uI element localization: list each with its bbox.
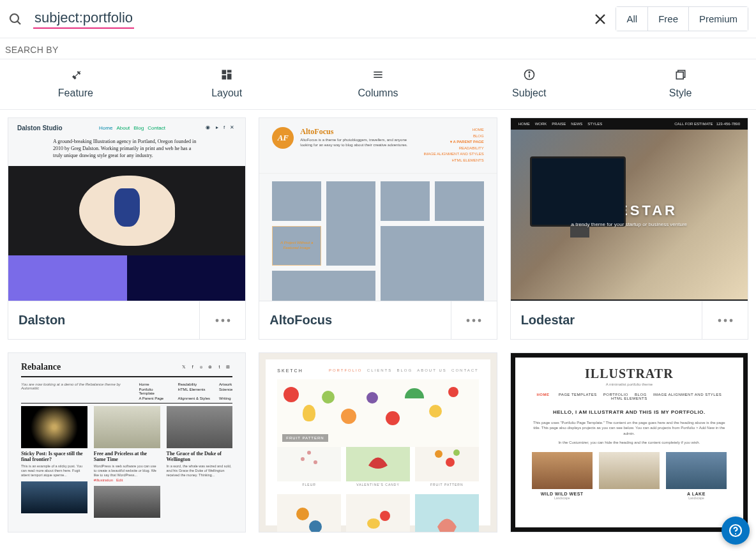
search-token[interactable]: subject:portfolio (33, 10, 134, 29)
searchby-item-label: Feature (0, 87, 151, 99)
searchby-subject[interactable]: Subject (453, 59, 605, 109)
svg-rect-6 (227, 73, 232, 79)
preview-paragraph: In the Customizer, you can hide the head… (532, 440, 727, 445)
more-icon (717, 318, 734, 323)
preview-paragraph: This page uses "Portfolio Page Template.… (532, 420, 727, 436)
svg-point-32 (309, 520, 322, 532)
svg-point-20 (472, 319, 476, 322)
clear-search-icon[interactable] (593, 11, 608, 27)
theme-thumbnail: Rebalance 𝕏 f ⌾ ⊚ t ⊞ You are now lookin… (8, 353, 245, 532)
svg-point-34 (380, 511, 390, 521)
grid-icon (220, 68, 233, 81)
theme-thumbnail: Dalston Studio HomeAboutBlogContact ◉ ▸ … (8, 118, 245, 301)
theme-card-lodestar[interactable]: HOMEWORKPRAISENEWSSTYLES CALL FOR ESTIMA… (510, 117, 748, 340)
searchby-item-label: Style (605, 87, 756, 99)
filter-premium-button[interactable]: Premium (689, 6, 748, 31)
preview-tagline: AltoFocus is a theme for photobloggers, … (300, 138, 417, 148)
price-filter-group: All Free Premium (616, 6, 748, 31)
theme-more-button[interactable] (702, 301, 748, 339)
svg-point-21 (478, 319, 481, 322)
preview-note: You are now looking at a demo of the Reb… (21, 382, 139, 400)
svg-point-33 (367, 518, 380, 529)
search-by-label: SEARCH BY (0, 38, 756, 59)
svg-point-13 (529, 72, 530, 73)
theme-name: Dalston (8, 301, 75, 339)
preview-hero-tag: FRUIT PATTERN (282, 434, 328, 442)
svg-point-16 (215, 319, 218, 322)
svg-point-27 (314, 460, 317, 464)
more-icon (215, 318, 231, 323)
social-icons: 𝕏 f ⌾ ⊚ t ⊞ (182, 365, 233, 370)
theme-card-rebalance[interactable]: Rebalance 𝕏 f ⌾ ⊚ t ⊞ You are now lookin… (8, 352, 246, 532)
svg-rect-7 (222, 75, 227, 80)
preview-nav: PORTFOLIO CLIENTS BLOG ABOUT US CONTACT (329, 368, 479, 373)
svg-point-17 (221, 319, 224, 322)
help-button[interactable] (722, 517, 750, 545)
svg-point-22 (718, 319, 721, 322)
preview-brand: Rebalance (21, 362, 61, 372)
theme-more-button[interactable] (451, 301, 497, 339)
theme-thumbnail: AF AltoFocus AltoFocus is a theme for ph… (259, 118, 496, 301)
svg-point-31 (296, 508, 309, 520)
svg-line-1 (17, 21, 20, 24)
filter-all-button[interactable]: All (616, 6, 648, 31)
search-by-tabs: Feature Layout Columns Subject Style (0, 59, 756, 110)
preview-nav: HOME BLOG ▾ A PARENT PAGE READABILITY IM… (423, 127, 483, 164)
theme-card-sketch[interactable]: SKETCH PORTFOLIO CLIENTS BLOG ABOUT US C… (259, 352, 497, 532)
search-input[interactable] (134, 8, 585, 30)
svg-point-25 (301, 457, 305, 461)
theme-card-dalston[interactable]: Dalston Studio HomeAboutBlogContact ◉ ▸ … (8, 117, 246, 340)
preview-tagline: a trendy theme for your startup or busin… (571, 222, 687, 227)
theme-thumbnail: SKETCH PORTFOLIO CLIENTS BLOG ABOUT US C… (259, 353, 496, 532)
searchby-columns[interactable]: Columns (303, 59, 454, 109)
social-icons: ◉ ▸ f ✕ (206, 125, 236, 132)
themes-grid: Dalston Studio HomeAboutBlogContact ◉ ▸ … (0, 110, 756, 540)
searchby-feature[interactable]: Feature (0, 59, 151, 109)
svg-point-36 (735, 533, 736, 534)
svg-point-23 (723, 319, 727, 322)
svg-rect-4 (222, 70, 227, 75)
searchby-item-label: Layout (151, 87, 303, 99)
preview-nav: HomeAboutBlogContact (99, 125, 169, 132)
searchby-item-label: Subject (453, 87, 605, 99)
searchby-layout[interactable]: Layout (151, 59, 303, 109)
svg-point-18 (227, 319, 230, 322)
svg-rect-5 (227, 70, 232, 73)
lines-icon (372, 68, 384, 81)
preview-brand: AltoFocus (300, 127, 417, 137)
filter-free-button[interactable]: Free (648, 6, 689, 31)
preview-hello: HELLO, I AM ILLUSTRATR AND THIS IS MY PO… (532, 409, 727, 415)
theme-more-button[interactable] (199, 301, 245, 339)
theme-name: AltoFocus (259, 301, 342, 339)
preview-nav: HOME PAGE TEMPLATES PORTFOLIO BLOG IMAGE… (532, 393, 727, 400)
svg-point-30 (453, 449, 460, 456)
search-icon (8, 11, 23, 27)
wrench-icon (69, 68, 82, 81)
theme-card-illustratr[interactable]: ILLUSTRATR A minimalist portfolio theme … (510, 352, 748, 532)
svg-rect-15 (676, 72, 683, 79)
preview-brand: Dalston Studio (17, 125, 63, 132)
svg-point-0 (10, 14, 19, 22)
theme-thumbnail: HOMEWORKPRAISENEWSSTYLES CALL FOR ESTIMA… (511, 118, 748, 301)
info-icon (523, 68, 536, 81)
searchby-style[interactable]: Style (605, 59, 756, 109)
svg-point-26 (307, 451, 311, 455)
searchby-item-label: Columns (303, 87, 454, 99)
theme-card-altofocus[interactable]: AF AltoFocus AltoFocus is a theme for ph… (259, 117, 497, 340)
svg-point-19 (467, 319, 470, 322)
preview-nav: HomeReadabilityArtwork Portfolio Templat… (139, 382, 233, 400)
search-bar: subject:portfolio All Free Premium (0, 0, 756, 38)
preview-about: A ground-breaking Illustration agency in… (8, 138, 245, 166)
preview-cta: CALL FOR ESTIMATE 123-456-7890 (674, 122, 740, 126)
help-icon (728, 523, 743, 538)
svg-point-24 (729, 319, 732, 322)
svg-point-29 (446, 458, 455, 467)
more-icon (465, 318, 482, 323)
svg-point-28 (435, 450, 442, 458)
preview-brand: ILLUSTRATR (532, 366, 727, 381)
preview-logo: AF (272, 127, 294, 149)
preview-nav: HOMEWORKPRAISENEWSSTYLES (518, 122, 608, 126)
preview-sub: A minimalist portfolio theme (532, 382, 727, 386)
preview-brand: SKETCH (277, 368, 303, 373)
layers-icon (674, 68, 687, 81)
